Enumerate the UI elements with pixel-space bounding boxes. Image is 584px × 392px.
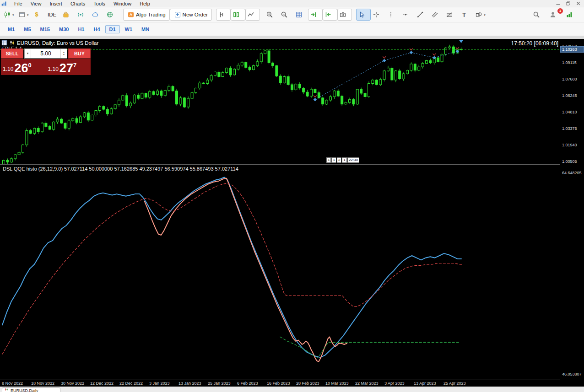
zoomin-icon [266, 11, 273, 18]
toolbar-separator [262, 10, 262, 20]
chart-candle-icon [9, 40, 15, 46]
menu-charts[interactable]: Charts [66, 0, 89, 7]
objects-dropdown-button[interactable]: ▾ [473, 9, 488, 21]
date-axis-label: 25 Apr 2023 [443, 381, 466, 386]
search-button[interactable] [531, 9, 546, 21]
chart-type-dropdown-button[interactable]: ▾ [2, 9, 16, 21]
timeframe-mn[interactable]: MN [137, 25, 153, 33]
zoomout-icon [281, 11, 288, 18]
trade-panel-row2: 1.10 26 0 1.10 27 7 [1, 59, 91, 75]
trade-arrow-icon [433, 54, 436, 55]
date-axis-label: 6 Feb 2023 [237, 381, 258, 386]
date-axis-label: 13 Jan 2023 [178, 381, 201, 386]
bars-mode-button[interactable] [216, 9, 231, 21]
volume-spinner[interactable]: ▴▾ [60, 49, 67, 58]
restore-window-button[interactable] [563, 0, 573, 7]
chart-clock: 17:50:20 [06:09:40] [511, 40, 558, 47]
date-axis[interactable]: 8 Nov 202218 Nov 202230 Nov 202212 Dec 2… [0, 380, 560, 387]
menu-insert[interactable]: Insert [45, 0, 66, 7]
price-chart-pane[interactable]: FDI E 1.4 EURUSD, Daily: Euro vs US Doll… [0, 39, 560, 164]
signals-button[interactable] [75, 9, 90, 21]
notifications-button[interactable]: 1 [547, 9, 562, 21]
volume-input[interactable] [31, 50, 60, 57]
chart-tab-eurusd[interactable]: EURUSD,Daily [2, 387, 60, 392]
window-controls [553, 0, 584, 7]
trade-arrow-icon [383, 56, 385, 58]
sell-price[interactable]: 1.10 26 0 [1, 59, 46, 75]
timeframe-d1[interactable]: D1 [105, 25, 120, 33]
price-axis[interactable]: 1.105501.091151.076801.062451.048101.033… [560, 39, 584, 387]
toolbar-right-group: 1 [531, 9, 582, 21]
close-window-button[interactable] [573, 0, 583, 7]
cloud-icon [92, 11, 99, 18]
minimize-window-button[interactable] [553, 0, 563, 7]
buy-price-small: 1.10 [48, 66, 59, 74]
new-order-button[interactable]: New Order [170, 9, 212, 21]
toolbox-button[interactable] [564, 9, 579, 21]
trendline-tool-button[interactable] [415, 9, 429, 21]
mql5-community-button[interactable] [104, 9, 119, 21]
candles-mode-button[interactable] [231, 9, 245, 21]
timeframe-h1[interactable]: H1 [74, 25, 88, 33]
menu-tools[interactable]: Tools [89, 0, 109, 7]
buy-price[interactable]: 1.10 27 7 [46, 59, 91, 75]
timeframe-m1[interactable]: M1 [4, 25, 19, 33]
mql5-cloud-button[interactable] [90, 9, 104, 21]
menu-window[interactable]: Window [109, 0, 135, 7]
chevron-down-icon: ▾ [12, 13, 14, 16]
zoom-in-button[interactable] [264, 9, 279, 21]
menu-view[interactable]: View [27, 0, 46, 7]
menu-help[interactable]: Help [135, 0, 154, 7]
text-tool-button[interactable]: T [459, 9, 473, 21]
window-icon [18, 11, 26, 18]
vertical-line-tool-button[interactable] [385, 9, 400, 21]
auto-scroll-button[interactable] [323, 9, 337, 21]
indicator-pane[interactable]: DSL QQE histo (26,12,9.0) 57.027114 50.0… [0, 165, 560, 380]
profiles-dropdown-button[interactable]: ▾ [16, 9, 31, 21]
chart-grid-icon [1, 40, 7, 46]
price-axis-label: 1.04810 [562, 110, 577, 114]
chart-window: FDI E 1.4 EURUSD, Daily: Euro vs US Doll… [0, 36, 584, 387]
channel-tool-button[interactable] [429, 9, 444, 21]
crosshair-tool-button[interactable] [371, 9, 385, 21]
chart-tabs-bar: EURUSD,Daily [0, 387, 584, 392]
market-button[interactable] [60, 9, 75, 21]
timeframe-w1[interactable]: W1 [121, 25, 137, 33]
toolbar-separator [354, 10, 354, 20]
minimize-icon [555, 0, 561, 6]
timeframe-m30[interactable]: M30 [55, 25, 73, 33]
cursor-tool-button[interactable] [356, 9, 371, 21]
indicator-axis-label: 64.648205 [562, 171, 582, 175]
date-axis-label: 25 Jan 2023 [208, 381, 231, 386]
timeframe-h4[interactable]: H4 [89, 25, 104, 33]
menu-file[interactable]: File [10, 0, 27, 7]
tile-windows-button[interactable] [293, 9, 308, 21]
one-click-trading-button[interactable]: $ [31, 9, 46, 21]
volume-dropdown-icon[interactable]: ▾ [25, 49, 31, 58]
sell-price-small: 1.10 [3, 66, 13, 74]
fibonacci-tool-button[interactable] [444, 9, 459, 21]
zoom-out-button[interactable] [279, 9, 293, 21]
bag-icon [62, 11, 70, 18]
neworder-icon [174, 11, 181, 18]
toolbar-separator [121, 10, 121, 20]
sell-button[interactable]: SELL [1, 48, 23, 59]
buy-button[interactable]: BUY [68, 48, 91, 59]
price-axis-label: 1.00505 [562, 159, 577, 164]
algo-trading-button[interactable]: Algo Trading [123, 9, 170, 21]
tabcandle-icon [5, 388, 9, 392]
timeframe-m15[interactable]: M15 [36, 25, 54, 33]
notification-badge: 1 [557, 8, 563, 14]
line-mode-button[interactable] [245, 9, 260, 21]
chart-shift-button[interactable] [308, 9, 323, 21]
applogo-icon [1, 1, 7, 6]
date-axis-label: 22 Dec 2022 [119, 381, 143, 386]
horizontal-line-tool-button[interactable] [400, 9, 415, 21]
chart-screenshot-button[interactable] [337, 9, 352, 21]
timeframe-m5[interactable]: M5 [20, 25, 35, 33]
terminal-icon [566, 11, 573, 18]
trade-marker-icon [383, 59, 386, 62]
shiftleft-icon [324, 11, 332, 18]
timeframe-toolbar: M1M5M15M30H1H4D1W1MN [0, 22, 584, 36]
metaeditor-ide-button[interactable]: IDE [46, 9, 60, 21]
